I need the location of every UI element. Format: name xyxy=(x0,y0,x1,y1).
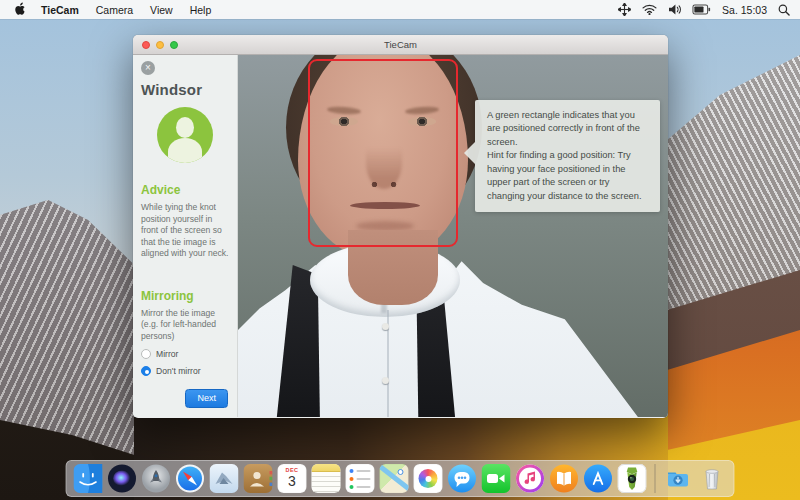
volume-icon[interactable] xyxy=(668,4,681,15)
radio-button-selected[interactable] xyxy=(141,366,151,376)
advice-heading: Advice xyxy=(141,183,229,197)
menu-item-view[interactable]: View xyxy=(150,4,173,16)
dock-icon-siri[interactable] xyxy=(108,464,137,493)
radio-option-dont-mirror[interactable]: Don't mirror xyxy=(141,366,229,376)
radio-label: Mirror xyxy=(156,349,178,359)
knot-name-heading: Windsor xyxy=(141,81,229,98)
sidebar: × Windsor Advice While tying the knot po… xyxy=(133,55,238,417)
dock-icon-calendar[interactable]: DEC 3 xyxy=(278,464,307,493)
menu-item-tiecam[interactable]: TieCam xyxy=(41,4,79,16)
battery-icon[interactable] xyxy=(692,4,711,15)
tooltip-text-line1: A green rectangle indicates that you are… xyxy=(487,109,648,149)
face-detection-frame xyxy=(308,59,458,247)
wifi-icon[interactable] xyxy=(642,4,657,15)
dock-icon-notes[interactable] xyxy=(312,464,341,493)
next-button[interactable]: Next xyxy=(185,389,228,408)
dock-icon-ibooks[interactable] xyxy=(550,464,579,493)
dock-icon-facetime[interactable] xyxy=(482,464,511,493)
dock-icon-safari[interactable] xyxy=(176,464,205,493)
dock-icon-maps[interactable] xyxy=(380,464,409,493)
minimize-window-button[interactable] xyxy=(156,41,164,49)
zoom-window-button[interactable] xyxy=(170,41,178,49)
avatar-head-shape xyxy=(176,117,194,138)
shirt-button xyxy=(382,377,389,384)
mirroring-text: Mirror the tie image (e.g. for left-hand… xyxy=(141,308,229,343)
dock-icon-tiecam[interactable] xyxy=(618,464,647,493)
dock-icon-contacts[interactable] xyxy=(244,464,273,493)
apple-menu[interactable] xyxy=(13,2,26,17)
close-window-button[interactable] xyxy=(142,41,150,49)
spotlight-icon[interactable] xyxy=(778,4,790,16)
crosshair-icon[interactable] xyxy=(618,3,631,16)
mirroring-heading: Mirroring xyxy=(141,289,229,303)
menu-item-camera[interactable]: Camera xyxy=(96,4,133,16)
window-titlebar[interactable]: TieCam xyxy=(133,35,668,55)
radio-label: Don't mirror xyxy=(156,366,201,376)
camera-view: A green rectangle indicates that you are… xyxy=(238,55,668,417)
dock-icon-photos[interactable] xyxy=(414,464,443,493)
radio-button-unselected[interactable] xyxy=(141,349,151,359)
position-hint-tooltip: A green rectangle indicates that you are… xyxy=(475,100,660,212)
dock-icon-messages[interactable] xyxy=(448,464,477,493)
dock-icon-mail[interactable] xyxy=(210,464,239,493)
dock-icon-reminders[interactable] xyxy=(346,464,375,493)
shirt-button xyxy=(382,323,389,330)
desktop: TieCam Camera View Help xyxy=(0,0,800,500)
person-avatar xyxy=(157,107,213,163)
dock-icon-launchpad[interactable] xyxy=(142,464,171,493)
dock-icon-downloads[interactable] xyxy=(664,464,693,493)
tooltip-text-line2: Hint for finding a good position: Try ha… xyxy=(487,149,648,203)
advice-text: While tying the knot position yourself i… xyxy=(141,202,229,260)
dock: DEC 3 xyxy=(66,460,735,497)
menu-status-area: Sa. 15:03 xyxy=(618,3,790,16)
traffic-lights xyxy=(142,41,178,49)
radio-option-mirror[interactable]: Mirror xyxy=(141,349,229,359)
menu-clock[interactable]: Sa. 15:03 xyxy=(722,4,767,16)
dock-separator xyxy=(655,464,656,493)
avatar-body-shape xyxy=(168,138,202,163)
dock-icon-appstore[interactable] xyxy=(584,464,613,493)
calendar-day-label: 3 xyxy=(278,474,307,488)
close-panel-button[interactable]: × xyxy=(141,61,155,75)
menu-item-help[interactable]: Help xyxy=(190,4,212,16)
dock-icon-trash[interactable] xyxy=(698,464,727,493)
tiecam-window: TieCam × Windsor Advice While tying the … xyxy=(133,35,668,418)
dock-icon-finder[interactable] xyxy=(74,464,103,493)
window-title: TieCam xyxy=(384,39,417,50)
dock-icon-itunes[interactable] xyxy=(516,464,545,493)
apple-icon xyxy=(13,2,26,17)
menu-items: TieCam Camera View Help xyxy=(41,4,211,16)
menu-bar: TieCam Camera View Help xyxy=(0,0,800,19)
